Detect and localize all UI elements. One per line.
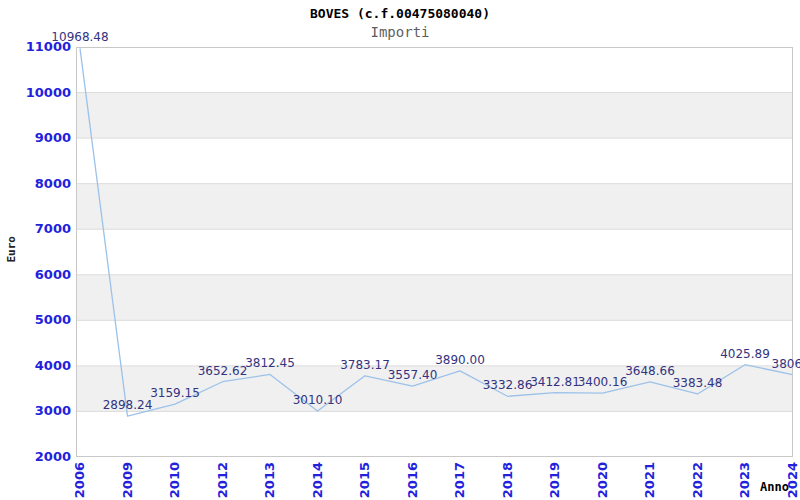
x-tick-label: 2017 (452, 462, 467, 498)
shaded-band (76, 93, 793, 139)
data-point-label: 3412.81 (530, 376, 580, 389)
chart-title: BOVES (c.f.00475080040) (0, 6, 800, 21)
x-tick-label: 2016 (405, 462, 420, 498)
data-point-label: 3890.00 (435, 354, 485, 367)
shaded-band (76, 275, 793, 321)
x-tick-label: 2006 (72, 462, 87, 498)
y-tick-label: 6000 (35, 267, 71, 282)
y-tick-label: 7000 (35, 221, 71, 236)
shaded-band (76, 184, 793, 230)
data-point-label: 3010.10 (293, 394, 343, 407)
data-point-label: 3557.40 (388, 369, 438, 382)
data-point-label: 4025.89 (720, 348, 770, 361)
data-point-label: 3332.86 (483, 379, 533, 392)
x-tick-label: 2014 (310, 462, 325, 498)
x-tick-label: 2022 (690, 462, 705, 498)
x-tick-label: 2023 (737, 462, 752, 498)
data-point-label: 3400.16 (578, 376, 628, 389)
x-tick-label: 2018 (500, 462, 515, 498)
x-tick-label: 2009 (120, 462, 135, 498)
x-tick-label: 2010 (167, 462, 182, 498)
data-point-label: 2898.24 (103, 399, 153, 412)
x-tick-label: 2013 (262, 462, 277, 498)
x-tick-label: 2024 (785, 462, 800, 498)
y-tick-label: 8000 (35, 176, 71, 191)
data-point-label: 3812.45 (245, 357, 295, 370)
x-tick-label: 2021 (642, 462, 657, 498)
data-point-label: 3652.62 (198, 365, 248, 378)
y-tick-label: 9000 (35, 130, 71, 145)
data-point-label: 3783.17 (340, 359, 390, 372)
x-tick-label: 2020 (595, 462, 610, 498)
x-tick-label: 2019 (547, 462, 562, 498)
data-point-label: 3806.8 (772, 358, 800, 371)
y-tick-label: 10000 (26, 85, 71, 100)
chart-subtitle: Importi (0, 24, 800, 40)
y-tick-label: 2000 (35, 449, 71, 464)
chart-page: { "header": { "title": "BOVES (c.f.00475… (0, 0, 800, 500)
y-tick-label: 5000 (35, 312, 71, 327)
x-tick-label: 2015 (357, 462, 372, 498)
data-point-label: 3383.48 (673, 377, 723, 390)
data-point-label: 10968.48 (51, 31, 108, 44)
y-tick-label: 3000 (35, 403, 71, 418)
data-point-label: 3159.15 (150, 387, 200, 400)
data-point-label: 3648.66 (625, 365, 675, 378)
y-tick-label: 4000 (35, 358, 71, 373)
x-tick-label: 2012 (215, 462, 230, 498)
y-axis-title: Euro (5, 236, 18, 263)
